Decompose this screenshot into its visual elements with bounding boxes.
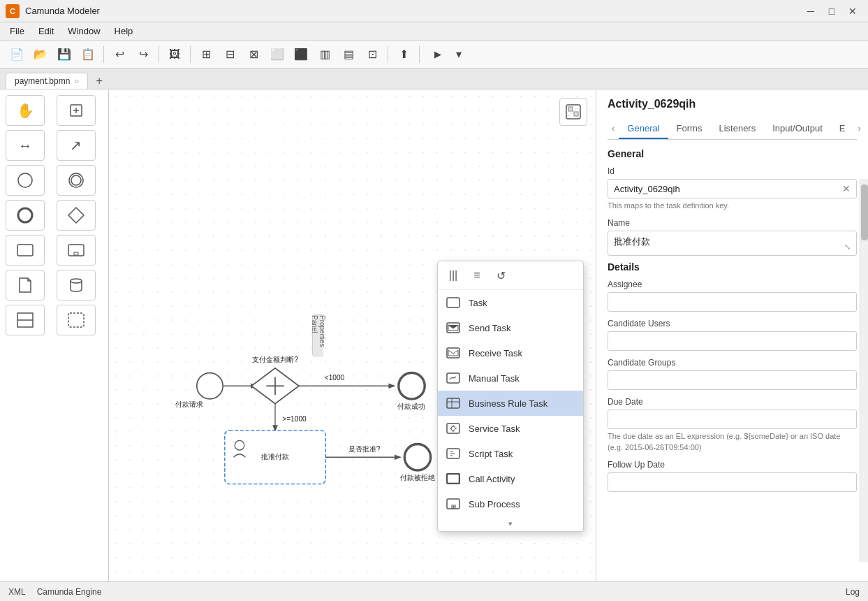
ctx-script-task-item[interactable]: Script Task [438,441,583,466]
ctx-receive-task-item[interactable]: Receive Task [438,340,583,365]
tab-nav-next[interactable]: › [853,119,865,139]
ctx-manual-task-item[interactable]: Manual Task [438,365,583,391]
ctx-list-button[interactable]: ≡ [467,266,487,285]
ctx-task-item[interactable]: Task [438,290,583,315]
name-field[interactable]: 批准付款 ⤡ [608,231,857,256]
svg-text:<1000: <1000 [325,374,345,382]
event-start-button[interactable] [6,165,45,196]
menu-edit[interactable]: Edit [31,24,61,38]
tab-payment-bpmn[interactable]: payment.bpmn ○ [6,73,88,89]
ctx-call-activity-item[interactable]: Call Activity [438,466,583,491]
svg-rect-47 [574,112,578,116]
manual-task-icon [445,370,462,386]
subprocess-button[interactable] [57,235,96,266]
ctx-service-task-label: Service Task [469,423,520,434]
ctx-business-rule-task-item[interactable]: Business Rule Task [438,391,583,416]
scroll-thumb[interactable] [861,184,868,240]
align-left-button[interactable]: ⊞ [195,44,217,65]
run-dropdown-button[interactable]: ▾ [453,44,464,65]
minimap-button[interactable] [559,98,587,126]
undo-button[interactable]: ↩ [108,44,131,65]
distribute-h-button[interactable]: ⬜ [266,44,288,65]
space-h-button[interactable]: ▥ [314,44,336,65]
save-as-button[interactable]: 📋 [77,44,99,65]
ctx-send-task-item[interactable]: Send Task [438,315,583,340]
tab-listeners[interactable]: Listeners [710,119,764,139]
id-field[interactable]: Activity_0629qih ✕ [608,179,857,198]
task-icon [445,294,462,311]
toolbar-sep-2 [159,46,159,63]
svg-point-3 [18,173,32,187]
status-xml[interactable]: XML [8,587,26,597]
event-end-button[interactable] [6,200,45,231]
tab-close-button[interactable]: ○ [74,77,79,85]
redo-button[interactable]: ↪ [132,44,154,65]
connect-tool-button[interactable]: ↗ [57,130,96,161]
tab-extra[interactable]: E [831,119,854,139]
data-object-button[interactable] [6,270,45,300]
export-button[interactable]: ⬆ [392,44,415,65]
data-store-button[interactable] [57,270,96,300]
tab-input-output[interactable]: Input/Output [764,119,831,139]
tab-nav-prev[interactable]: ‹ [608,119,619,139]
minimize-button[interactable]: ─ [801,3,821,19]
ctx-columns-button[interactable]: ||| [443,266,463,285]
lasso-tool-button[interactable]: ↔ [6,130,45,161]
due-date-field[interactable] [608,410,857,429]
toolbar-sep-5 [419,46,420,63]
id-clear-button[interactable]: ✕ [842,183,851,194]
task-button[interactable] [6,235,45,266]
save-button[interactable]: 💾 [53,44,75,65]
event-intermediate-button[interactable] [57,165,96,196]
new-file-button[interactable]: 📄 [6,44,28,65]
status-engine[interactable]: Camunda Engine [37,587,102,597]
ctx-service-task-item[interactable]: Service Task [438,416,583,441]
svg-rect-8 [17,245,33,256]
end-event-rejected [404,444,430,470]
close-button[interactable]: ✕ [843,3,862,19]
tab-general[interactable]: General [619,119,668,139]
candidate-users-field[interactable] [608,331,857,351]
open-file-button[interactable]: 📂 [29,44,52,65]
run-button[interactable]: ▶ [424,44,452,65]
toolbar: 📄 📂 💾 📋 ↩ ↪ 🖼 ⊞ ⊟ ⊠ ⬜ ⬛ ▥ ▤ ⊡ ⬆ ▶ ▾ [0,41,868,68]
status-bar: XML Camunda Engine Log [0,581,868,601]
name-resize-handle: ⤡ [844,242,851,252]
add-tab-button[interactable]: + [91,73,108,89]
id-field-label: Id [608,166,857,176]
menu-help[interactable]: Help [108,24,140,38]
align-center-button[interactable]: ⊟ [219,44,241,65]
status-log[interactable]: Log [846,587,860,597]
pool-button[interactable] [6,305,45,335]
ctx-loop-button[interactable]: ↺ [491,266,510,285]
ctx-sub-process-item[interactable]: Sub Process [438,491,583,516]
canvas-area[interactable]: 支付金额判断? <1000 付款成功 >=1000 批准付款 是否批准? 付款被… [109,89,596,581]
distribute-v-button[interactable]: ⬛ [290,44,312,65]
svg-point-11 [71,279,82,283]
space-v-button[interactable]: ▤ [337,44,360,65]
property-tabs: ‹ General Forms Listeners Input/Output E… [608,119,857,140]
menu-file[interactable]: File [3,24,31,38]
align-right-button[interactable]: ⊠ [242,44,265,65]
tab-forms[interactable]: Forms [668,119,711,139]
business-rule-task-icon [445,395,462,412]
scrollbar[interactable] [860,179,868,562]
create-tool-button[interactable] [57,95,96,126]
candidate-groups-field[interactable] [608,370,857,390]
menu-window[interactable]: Window [61,24,107,38]
gateway-button[interactable] [57,200,96,231]
ctx-manual-task-label: Manual Task [469,373,520,384]
name-field-value: 批准付款 [614,236,650,248]
left-panel: ✋ ↔ ↗ [0,89,109,581]
assignee-field[interactable] [608,292,857,312]
fit-button[interactable]: ⊡ [361,44,383,65]
restore-button[interactable]: □ [822,3,841,19]
properties-panel-toggle[interactable]: Properties Panel [312,314,323,356]
expand-button[interactable] [57,305,96,335]
svg-point-38 [451,426,455,430]
svg-rect-40 [447,474,459,484]
image-button[interactable]: 🖼 [163,44,186,65]
due-date-label: Due Date [608,397,857,407]
hand-tool-button[interactable]: ✋ [6,95,45,126]
follow-up-date-field[interactable] [608,472,857,492]
